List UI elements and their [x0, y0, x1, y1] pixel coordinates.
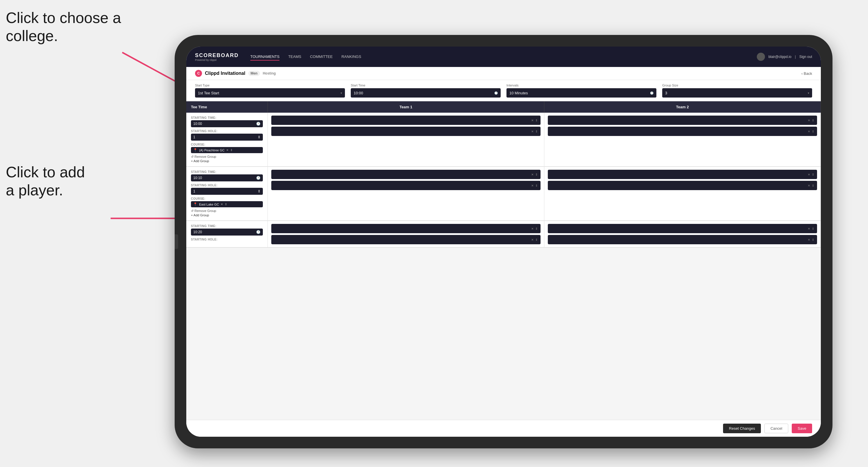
row2-team2-slot1-arrows-icon: ⇕ — [812, 173, 814, 176]
row3-team2-slot2-x-icon[interactable]: ✕ — [808, 238, 810, 241]
row3-left-panel: STARTING TIME: 10:20 🕐 STARTING HOLE: — [186, 221, 268, 247]
intervals-select[interactable]: 10 Minutes 🕐 — [506, 88, 656, 97]
row1-team1-slot1[interactable]: ✕ ⇕ — [271, 116, 540, 125]
row1-clock-icon: 🕐 — [256, 122, 260, 126]
row3-clock-icon: 🕐 — [256, 230, 260, 234]
col-tee-time: Tee Time — [186, 101, 268, 113]
start-type-select[interactable]: 1st Tee Start ▾ — [195, 88, 345, 97]
row2-team2-slot1[interactable]: ✕ ⇕ — [548, 170, 817, 179]
row3-team2-slot1-x-icon[interactable]: ✕ — [808, 227, 810, 230]
row3-team2-slot2[interactable]: ✕ ⇕ — [548, 235, 817, 244]
table-header: Tee Time Team 1 Team 2 — [186, 101, 821, 113]
row3-team2-slot1[interactable]: ✕ ⇕ — [548, 224, 817, 233]
clippd-logo: C — [195, 70, 202, 77]
user-email: blair@clippd.io — [769, 55, 792, 59]
col-team1: Team 1 — [268, 101, 544, 113]
row1-remove-group-button[interactable]: ↺ Remove Group — [191, 155, 263, 159]
tournament-gender: Men — [248, 71, 260, 76]
row3-team1-slot1[interactable]: ✕ ⇕ — [271, 224, 540, 233]
cancel-button[interactable]: Cancel — [764, 424, 788, 433]
row1-team2-slot2[interactable]: ✕ ⇕ — [548, 127, 817, 136]
row3-team1-slot2-x-icon[interactable]: ✕ — [531, 238, 533, 241]
sign-out-link[interactable]: Sign out — [799, 55, 812, 59]
row3-team1-slot1-x-icon[interactable]: ✕ — [531, 227, 533, 230]
row2-team2-slot2-x-icon[interactable]: ✕ — [808, 184, 810, 187]
row1-course-chip[interactable]: 📍 (A) Peachtree GC ✕ ⇕ — [191, 147, 263, 153]
row1-team1-slot2-x-icon[interactable]: ✕ — [531, 130, 533, 133]
start-time-clock-icon: 🕐 — [494, 91, 498, 95]
row2-team1-panel: ✕ ⇕ ✕ ⇕ — [268, 167, 544, 220]
user-avatar — [757, 53, 765, 61]
row2-course-chip[interactable]: 📍 East Lake GC ✕ ⇕ — [191, 201, 263, 207]
row3-team1-slot2[interactable]: ✕ ⇕ — [271, 235, 540, 244]
row1-team2-panel: ✕ ⇕ ✕ ⇕ — [544, 113, 821, 166]
row2-course-label: COURSE: — [191, 197, 263, 200]
row2-course-name: East Lake GC — [199, 203, 219, 206]
row2-team2-slot2[interactable]: ✕ ⇕ — [548, 181, 817, 190]
row3-team2-panel: ✕ ⇕ ✕ ⇕ — [544, 221, 821, 247]
row1-course-arrows-icon: ⇕ — [230, 149, 232, 152]
row2-add-group-button[interactable]: + Add Group — [191, 213, 263, 217]
nav-link-teams[interactable]: TEAMS — [288, 53, 301, 61]
save-button[interactable]: Save — [792, 424, 812, 433]
row2-starting-hole-value[interactable]: 1 ⇕ — [191, 188, 263, 195]
row1-course-remove-icon[interactable]: ✕ — [226, 149, 228, 152]
group-size-arrow-icon: ▾ — [808, 91, 809, 95]
row2-remove-group-button[interactable]: ↺ Remove Group — [191, 209, 263, 213]
row2-team1-slot2-x-icon[interactable]: ✕ — [531, 184, 533, 187]
row3-starting-time-value[interactable]: 10:20 🕐 — [191, 228, 263, 236]
row1-team2-slot1[interactable]: ✕ ⇕ — [548, 116, 817, 125]
row2-team1-slot1-x-icon[interactable]: ✕ — [531, 173, 533, 176]
row2-course-remove-icon[interactable]: ✕ — [221, 203, 223, 206]
row2-team2-panel: ✕ ⇕ ✕ ⇕ — [544, 167, 821, 220]
row2-team2-slot2-arrows-icon: ⇕ — [812, 184, 814, 187]
tournament-name: C Clippd Invitational Men Hosting — [195, 70, 276, 77]
row1-starting-time-label: STARTING TIME: — [191, 116, 263, 119]
nav-link-tournaments[interactable]: TOURNAMENTS — [250, 53, 279, 61]
start-time-input[interactable]: 10:00 🕐 — [351, 88, 501, 97]
group-size-select[interactable]: 3 ▾ — [662, 88, 812, 97]
start-time-group: Start Time 10:00 🕐 — [351, 84, 501, 97]
intervals-group: Intervals 10 Minutes 🕐 — [506, 84, 656, 97]
brand-title: SCOREBOARD — [195, 53, 239, 59]
row1-add-group-button[interactable]: + Add Group — [191, 159, 263, 163]
row1-team1-slot1-arrows-icon: ⇕ — [535, 119, 538, 122]
row1-team2-slot1-x-icon[interactable]: ✕ — [808, 119, 810, 122]
row3-starting-time-label: STARTING TIME: — [191, 224, 263, 228]
tablet-screen: SCOREBOARD Powered by clippd TOURNAMENTS… — [186, 46, 821, 437]
intervals-label: Intervals — [506, 84, 656, 87]
tournament-hosting: Hosting — [263, 71, 276, 75]
row2-team1-slot2[interactable]: ✕ ⇕ — [271, 181, 540, 190]
row3-team1-panel: ✕ ⇕ ✕ ⇕ — [268, 221, 544, 247]
row1-team2-slot2-x-icon[interactable]: ✕ — [808, 130, 810, 133]
row2-starting-time-value[interactable]: 10:10 🕐 — [191, 175, 263, 181]
row1-starting-hole-label: STARTING HOLE: — [191, 130, 263, 133]
nav-right: blair@clippd.io | Sign out — [757, 53, 812, 61]
nav-link-committee[interactable]: COMMITTEE — [310, 53, 333, 61]
back-button[interactable]: ‹ Back — [801, 71, 812, 76]
row2-team1-slot1[interactable]: ✕ ⇕ — [271, 170, 540, 179]
row3-starting-hole-label: STARTING HOLE: — [191, 238, 263, 241]
row3-team2-slot1-arrows-icon: ⇕ — [812, 227, 814, 230]
annotation-top-text: Click to choose acollege. — [6, 9, 121, 44]
row1-starting-time-value[interactable]: 10:00 🕐 — [191, 120, 263, 127]
row2-starting-hole-label: STARTING HOLE: — [191, 184, 263, 187]
start-type-arrow-icon: ▾ — [341, 91, 342, 95]
annotation-bottom: Click to adda player. — [6, 163, 85, 199]
nav-link-rankings[interactable]: RANKINGS — [341, 53, 361, 61]
row1-team1-slot2[interactable]: ✕ ⇕ — [271, 127, 540, 136]
row1-starting-hole-value[interactable]: 1 ⇕ — [191, 134, 263, 141]
row2-team1-slot2-arrows-icon: ⇕ — [535, 184, 538, 187]
start-time-label: Start Time — [351, 84, 501, 87]
reset-changes-button[interactable]: Reset Changes — [723, 424, 761, 433]
nav-links: TOURNAMENTS TEAMS COMMITTEE RANKINGS — [250, 53, 757, 61]
row1-course-label: COURSE: — [191, 143, 263, 146]
row3-team1-slot1-arrows-icon: ⇕ — [535, 227, 538, 230]
table-row: STARTING TIME: 10:20 🕐 STARTING HOLE: ✕ … — [186, 221, 821, 248]
row1-team1-slot1-x-icon[interactable]: ✕ — [531, 119, 533, 122]
start-type-group: Start Type 1st Tee Start ▾ — [195, 84, 345, 97]
row2-team2-slot1-x-icon[interactable]: ✕ — [808, 173, 810, 176]
footer: Reset Changes Cancel Save — [186, 420, 821, 437]
group-size-label: Group Size — [662, 84, 812, 87]
row1-course-name: (A) Peachtree GC — [199, 149, 224, 152]
